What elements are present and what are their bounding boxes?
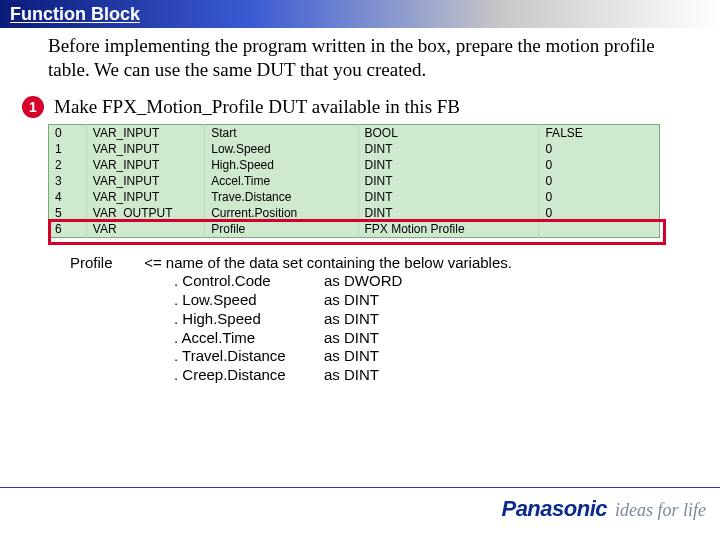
table-cell: DINT xyxy=(358,205,539,221)
table-row: 5VAR_OUTPUTCurrent.PositionDINT0 xyxy=(49,205,660,221)
table-cell: Start xyxy=(205,124,358,141)
member-type: as DINT xyxy=(324,291,379,310)
brand-tagline: ideas for life xyxy=(615,500,706,521)
list-item: . Control.Codeas DWORD xyxy=(174,272,680,291)
table-cell xyxy=(539,221,660,238)
table-cell: 0 xyxy=(49,124,87,141)
table-row: 0VAR_INPUTStartBOOLFALSE xyxy=(49,124,660,141)
table-cell: VAR_INPUT xyxy=(86,157,204,173)
page-title: Function Block xyxy=(10,4,140,25)
table-cell: Current.Position xyxy=(205,205,358,221)
table-cell: VAR_INPUT xyxy=(86,124,204,141)
member-type: as DINT xyxy=(324,347,379,366)
member-name: . High.Speed xyxy=(174,310,324,329)
table-cell: Accel.Time xyxy=(205,173,358,189)
table-row: 3VAR_INPUTAccel.TimeDINT0 xyxy=(49,173,660,189)
member-type: as DINT xyxy=(324,366,379,385)
step-1: 1 Make FPX_Motion_Profile DUT available … xyxy=(22,96,680,118)
table-row: 2VAR_INPUTHigh.SpeedDINT0 xyxy=(49,157,660,173)
brand-logo: Panasonic xyxy=(501,496,607,522)
table-cell: 0 xyxy=(539,173,660,189)
member-type: as DINT xyxy=(324,310,379,329)
table-cell: DINT xyxy=(358,173,539,189)
brand: Panasonic ideas for life xyxy=(501,496,706,522)
table-cell: 4 xyxy=(49,189,87,205)
table-cell: 2 xyxy=(49,157,87,173)
list-item: . Creep.Distanceas DINT xyxy=(174,366,680,385)
table-cell: 0 xyxy=(539,141,660,157)
table-cell: FALSE xyxy=(539,124,660,141)
table-cell: 3 xyxy=(49,173,87,189)
table-cell: 6 xyxy=(49,221,87,238)
table-cell: DINT xyxy=(358,157,539,173)
table-cell: 0 xyxy=(539,189,660,205)
table-cell: VAR_INPUT xyxy=(86,173,204,189)
member-name: . Low.Speed xyxy=(174,291,324,310)
member-name: . Accel.Time xyxy=(174,329,324,348)
table-cell: Trave.Distance xyxy=(205,189,358,205)
table-cell: 0 xyxy=(539,157,660,173)
profile-description: Profile <= name of the data set containi… xyxy=(70,254,680,385)
table-cell: 1 xyxy=(49,141,87,157)
table-row: 4VAR_INPUTTrave.DistanceDINT0 xyxy=(49,189,660,205)
table-cell: FPX Motion Profile xyxy=(358,221,539,238)
page-header: Function Block xyxy=(0,0,720,28)
member-name: . Creep.Distance xyxy=(174,366,324,385)
table-row: 6VARProfileFPX Motion Profile xyxy=(49,221,660,238)
list-item: . Accel.Timeas DINT xyxy=(174,329,680,348)
list-item: . Low.Speedas DINT xyxy=(174,291,680,310)
member-type: as DINT xyxy=(324,329,379,348)
member-type: as DWORD xyxy=(324,272,402,291)
step-text: Make FPX_Motion_Profile DUT available in… xyxy=(54,96,460,118)
table-cell: Profile xyxy=(205,221,358,238)
table-cell: 0 xyxy=(539,205,660,221)
table-cell: DINT xyxy=(358,141,539,157)
table-cell: High.Speed xyxy=(205,157,358,173)
step-badge: 1 xyxy=(22,96,44,118)
table-cell: 5 xyxy=(49,205,87,221)
table-cell: VAR_INPUT xyxy=(86,189,204,205)
table-row: 1VAR_INPUTLow.SpeedDINT0 xyxy=(49,141,660,157)
member-name: . Travel.Distance xyxy=(174,347,324,366)
variable-table: 0VAR_INPUTStartBOOLFALSE1VAR_INPUTLow.Sp… xyxy=(48,124,660,238)
table-cell: VAR_OUTPUT xyxy=(86,205,204,221)
list-item: . Travel.Distanceas DINT xyxy=(174,347,680,366)
table-cell: BOOL xyxy=(358,124,539,141)
intro-text: Before implementing the program written … xyxy=(48,34,680,82)
table-cell: VAR xyxy=(86,221,204,238)
desc-label: Profile xyxy=(70,254,140,273)
table-cell: Low.Speed xyxy=(205,141,358,157)
table-cell: DINT xyxy=(358,189,539,205)
desc-lead: <= name of the data set containing the b… xyxy=(144,254,512,273)
footer: Panasonic ideas for life xyxy=(0,487,720,528)
member-name: . Control.Code xyxy=(174,272,324,291)
list-item: . High.Speedas DINT xyxy=(174,310,680,329)
table-cell: VAR_INPUT xyxy=(86,141,204,157)
